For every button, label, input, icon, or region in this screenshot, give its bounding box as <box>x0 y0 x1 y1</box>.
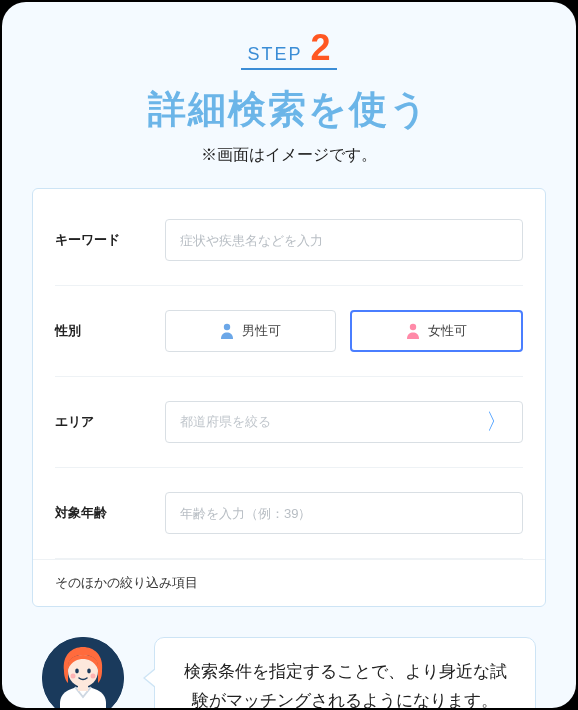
speech-text: 検索条件を指定することで、より身近な試験がマッチングされるようになります。 <box>184 662 507 708</box>
gender-option-female-label: 女性可 <box>428 322 467 340</box>
label-gender: 性別 <box>55 322 165 340</box>
area-select[interactable]: 都道府県を絞る 〉 <box>165 401 523 443</box>
step-card: STEP 2 詳細検索を使う ※画面はイメージです。 キーワード 性別 男性可 <box>2 2 576 708</box>
chevron-right-icon: 〉 <box>486 407 508 437</box>
row-area: エリア 都道府県を絞る 〉 <box>55 377 523 468</box>
other-filters-link[interactable]: そのほかの絞り込み項目 <box>33 559 545 606</box>
label-age: 対象年齢 <box>55 504 165 522</box>
label-area: エリア <box>55 413 165 431</box>
area-placeholder: 都道府県を絞る <box>180 413 271 431</box>
row-keyword: キーワード <box>55 209 523 286</box>
svg-point-7 <box>91 674 96 679</box>
step-text: STEP <box>247 44 302 65</box>
svg-rect-8 <box>78 683 88 691</box>
svg-point-0 <box>224 324 230 330</box>
gender-option-male-label: 男性可 <box>242 322 281 340</box>
page-subtitle: ※画面はイメージです。 <box>32 145 546 166</box>
avatar <box>42 637 124 708</box>
svg-point-5 <box>87 669 91 674</box>
svg-point-1 <box>410 324 416 330</box>
keyword-input[interactable] <box>165 219 523 261</box>
speech-section: 検索条件を指定することで、より身近な試験がマッチングされるようになります。 <box>32 637 546 708</box>
person-icon <box>220 323 234 339</box>
row-gender: 性別 男性可 女性可 <box>55 286 523 377</box>
label-keyword: キーワード <box>55 231 165 249</box>
step-number: 2 <box>310 30 330 66</box>
person-icon <box>406 323 420 339</box>
speech-bubble: 検索条件を指定することで、より身近な試験がマッチングされるようになります。 <box>154 637 536 708</box>
step-header: STEP 2 <box>32 30 546 70</box>
row-age: 対象年齢 <box>55 468 523 559</box>
page-title: 詳細検索を使う <box>32 84 546 135</box>
gender-option-female[interactable]: 女性可 <box>350 310 523 352</box>
svg-point-4 <box>75 669 79 674</box>
gender-option-male[interactable]: 男性可 <box>165 310 336 352</box>
svg-point-6 <box>71 674 76 679</box>
step-badge: STEP 2 <box>241 30 336 70</box>
search-form: キーワード 性別 男性可 <box>32 188 546 607</box>
age-input[interactable] <box>165 492 523 534</box>
